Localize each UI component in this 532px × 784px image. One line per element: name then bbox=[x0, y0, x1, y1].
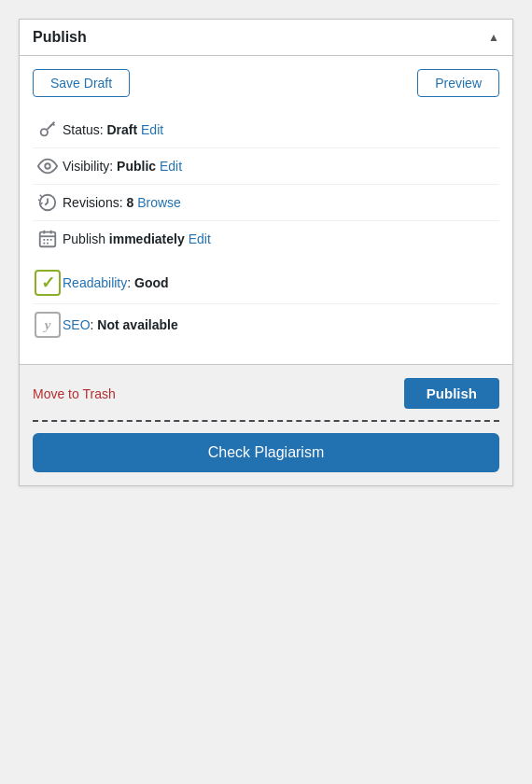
save-draft-button[interactable]: Save Draft bbox=[33, 69, 130, 97]
move-to-trash-link[interactable]: Move to Trash bbox=[33, 386, 116, 401]
publish-time-item: Publish immediately Edit bbox=[33, 221, 499, 257]
publish-time-edit-link[interactable]: Edit bbox=[189, 231, 211, 246]
status-value: Draft bbox=[106, 122, 137, 137]
widget-header: Publish ▲ bbox=[20, 20, 512, 56]
svg-point-4 bbox=[45, 163, 50, 169]
svg-line-3 bbox=[50, 125, 52, 127]
eye-icon bbox=[33, 156, 63, 176]
yoast-list: ✓ Readability: Good y SEO: Not available bbox=[33, 262, 499, 345]
visibility-edit-link[interactable]: Edit bbox=[160, 159, 182, 174]
visibility-value: Public bbox=[117, 159, 156, 174]
visibility-text: Visibility: Public Edit bbox=[63, 159, 499, 174]
key-icon bbox=[33, 119, 63, 140]
seo-link[interactable]: SEO bbox=[63, 317, 91, 332]
seo-item: y SEO: Not available bbox=[33, 304, 499, 345]
revisions-browse-link[interactable]: Browse bbox=[137, 195, 181, 210]
readability-value: Good bbox=[134, 275, 169, 290]
visibility-item: Visibility: Public Edit bbox=[33, 148, 499, 185]
publish-time-text: Publish immediately Edit bbox=[63, 231, 499, 246]
yoast-y-letter: y bbox=[45, 317, 51, 333]
publish-time-value: immediately bbox=[109, 231, 185, 246]
yoast-seo-icon: y bbox=[33, 312, 63, 338]
yoast-checkmark: ✓ bbox=[41, 273, 55, 293]
preview-button[interactable]: Preview bbox=[417, 69, 499, 97]
readability-text: Readability: Good bbox=[63, 275, 499, 290]
status-edit-link[interactable]: Edit bbox=[141, 122, 163, 137]
dashed-divider bbox=[33, 420, 499, 422]
svg-point-0 bbox=[41, 129, 48, 135]
footer-action-row: Move to Trash Publish bbox=[33, 378, 499, 409]
publish-widget: Publish ▲ Save Draft Preview bbox=[19, 19, 513, 486]
seo-text: SEO: Not available bbox=[63, 317, 499, 332]
status-text: Status: Draft Edit bbox=[63, 122, 499, 137]
seo-value: Not available bbox=[97, 317, 177, 332]
publish-button[interactable]: Publish bbox=[404, 378, 499, 409]
svg-line-2 bbox=[53, 124, 55, 126]
revisions-value: 8 bbox=[126, 195, 133, 210]
calendar-icon bbox=[33, 229, 63, 249]
toggle-icon[interactable]: ▲ bbox=[488, 31, 499, 44]
yoast-readability-icon: ✓ bbox=[33, 270, 63, 296]
status-item: Status: Draft Edit bbox=[33, 112, 499, 148]
readability-item: ✓ Readability: Good bbox=[33, 262, 499, 304]
clock-icon bbox=[33, 192, 63, 213]
info-list: Status: Draft Edit Visibility: Public Ed… bbox=[33, 112, 499, 257]
widget-body: Save Draft Preview Status: Draft Edit bbox=[20, 56, 512, 364]
readability-link[interactable]: Readability bbox=[63, 275, 127, 290]
check-plagiarism-button[interactable]: Check Plagiarism bbox=[33, 433, 499, 472]
widget-footer: Move to Trash Publish Check Plagiarism bbox=[20, 364, 512, 485]
widget-title: Publish bbox=[33, 29, 87, 46]
revisions-item: Revisions: 8 Browse bbox=[33, 185, 499, 221]
revisions-text: Revisions: 8 Browse bbox=[63, 195, 499, 210]
top-button-row: Save Draft Preview bbox=[33, 69, 499, 97]
